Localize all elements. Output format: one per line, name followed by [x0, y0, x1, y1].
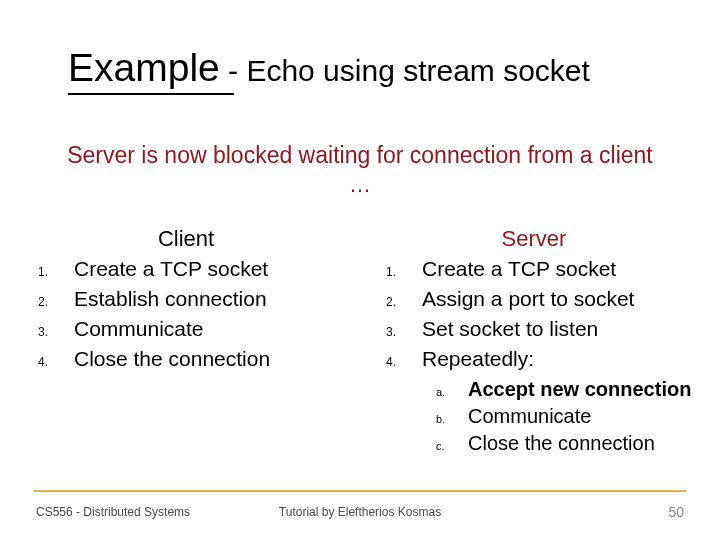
list-item: 3. Set socket to listen: [382, 316, 708, 342]
step-number: 1.: [382, 265, 422, 279]
list-item: 1. Create a TCP socket: [382, 256, 708, 282]
footer: CS556 - Distributed Systems Tutorial by …: [36, 504, 684, 520]
step-text: Set socket to listen: [422, 316, 598, 342]
subtitle-dots: …: [0, 172, 720, 198]
step-number: 3.: [382, 325, 422, 339]
list-item: 1. Create a TCP socket: [34, 256, 360, 282]
server-substeps: a. Accept new connection b. Communicate …: [360, 377, 708, 456]
step-number: 4.: [34, 355, 74, 369]
title-sub: - Echo using stream socket: [220, 54, 590, 87]
client-column: Client 1. Create a TCP socket 2. Establi…: [12, 226, 360, 458]
list-item: a. Accept new connection: [436, 377, 708, 402]
step-number: 4.: [382, 355, 422, 369]
server-column: Server 1. Create a TCP socket 2. Assign …: [360, 226, 708, 458]
title-main: Example: [68, 46, 220, 89]
title-block: Example - Echo using stream socket: [0, 0, 720, 90]
list-item: 4. Close the connection: [34, 346, 360, 372]
divider-line: [34, 490, 686, 492]
substep-text: Close the connection: [468, 431, 655, 456]
list-item: 2. Establish connection: [34, 286, 360, 312]
step-text: Close the connection: [74, 346, 270, 372]
step-text: Communicate: [74, 316, 204, 342]
list-item: c. Close the connection: [436, 431, 708, 456]
step-number: 1.: [34, 265, 74, 279]
subtitle-block: Server is now blocked waiting for connec…: [0, 142, 720, 198]
client-steps: 1. Create a TCP socket 2. Establish conn…: [12, 256, 360, 373]
server-heading: Server: [360, 226, 708, 252]
step-text: Create a TCP socket: [422, 256, 616, 282]
substep-letter: b.: [436, 413, 468, 425]
list-item: 3. Communicate: [34, 316, 360, 342]
server-steps: 1. Create a TCP socket 2. Assign a port …: [360, 256, 708, 373]
list-item: b. Communicate: [436, 404, 708, 429]
substep-text: Accept new connection: [468, 377, 691, 402]
title-underline: [68, 93, 234, 95]
step-text: Establish connection: [74, 286, 267, 312]
list-item: 4. Repeatedly:: [382, 346, 708, 372]
client-heading: Client: [12, 226, 360, 252]
step-number: 2.: [382, 295, 422, 309]
substep-text: Communicate: [468, 404, 591, 429]
step-text: Repeatedly:: [422, 346, 534, 372]
substep-letter: a.: [436, 386, 468, 398]
step-number: 3.: [34, 325, 74, 339]
list-item: 2. Assign a port to socket: [382, 286, 708, 312]
slide: Example - Echo using stream socket Serve…: [0, 0, 720, 540]
step-number: 2.: [34, 295, 74, 309]
step-text: Create a TCP socket: [74, 256, 268, 282]
footer-center: Tutorial by Eleftherios Kosmas: [36, 505, 684, 519]
step-text: Assign a port to socket: [422, 286, 634, 312]
substep-letter: c.: [436, 440, 468, 452]
columns: Client 1. Create a TCP socket 2. Establi…: [0, 226, 720, 458]
subtitle-text: Server is now blocked waiting for connec…: [0, 142, 720, 170]
